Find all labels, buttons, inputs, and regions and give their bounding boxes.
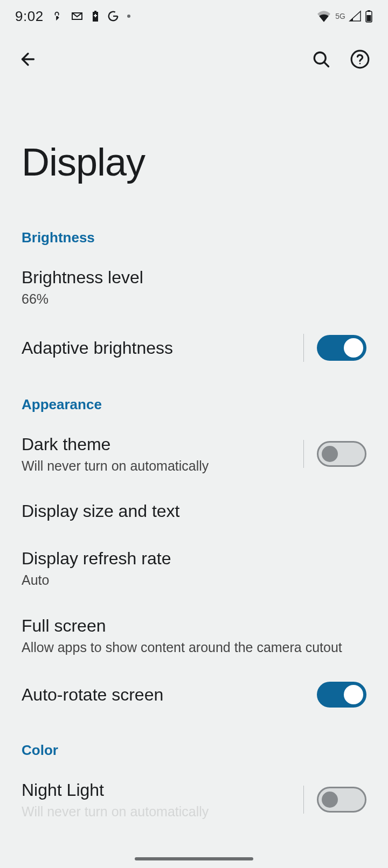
status-bar: 9:02 5G <box>0 0 388 32</box>
back-button[interactable] <box>15 46 41 72</box>
full-screen-row[interactable]: Full screen Allow apps to show content a… <box>0 602 388 669</box>
svg-point-2 <box>127 15 130 18</box>
google-icon <box>107 10 119 22</box>
divider <box>303 440 304 468</box>
night-light-sub: Will never turn on automatically <box>22 803 297 821</box>
full-screen-sub: Allow apps to show content around the ca… <box>22 639 366 656</box>
auto-rotate-toggle[interactable] <box>317 682 366 708</box>
gesture-bar[interactable] <box>135 857 253 860</box>
help-icon <box>350 49 370 69</box>
section-header-appearance: Appearance <box>0 375 388 421</box>
display-size-title: Display size and text <box>22 500 366 522</box>
auto-rotate-title: Auto-rotate screen <box>22 684 317 705</box>
adaptive-brightness-row[interactable]: Adaptive brightness <box>0 321 388 375</box>
dark-theme-row[interactable]: Dark theme Will never turn on automatica… <box>0 421 388 488</box>
night-light-toggle[interactable] <box>317 787 366 813</box>
display-size-row[interactable]: Display size and text <box>0 487 388 535</box>
wifi-icon <box>317 10 331 22</box>
svg-point-8 <box>359 63 361 65</box>
help-button[interactable] <box>347 46 373 72</box>
svg-point-7 <box>351 51 369 68</box>
brightness-level-row[interactable]: Brightness level 66% <box>0 254 388 321</box>
status-time: 9:02 <box>15 8 44 25</box>
page-title: Display <box>0 86 388 216</box>
dark-theme-toggle[interactable] <box>317 441 366 467</box>
arrow-left-icon <box>18 50 38 69</box>
full-screen-title: Full screen <box>22 615 366 636</box>
svg-rect-4 <box>368 10 370 12</box>
battery-icon <box>365 10 373 23</box>
svg-rect-1 <box>95 14 96 17</box>
search-icon <box>311 50 331 69</box>
status-left: 9:02 <box>15 8 131 25</box>
gesture-icon <box>51 10 63 22</box>
dark-theme-sub: Will never turn on automatically <box>22 457 297 475</box>
signal-icon <box>349 10 362 22</box>
refresh-rate-row[interactable]: Display refresh rate Auto <box>0 535 388 602</box>
dot-icon <box>127 14 131 18</box>
refresh-rate-value: Auto <box>22 571 366 589</box>
gmail-icon <box>71 10 84 23</box>
action-bar <box>0 32 388 86</box>
search-button[interactable] <box>308 46 334 72</box>
network-label: 5G <box>335 12 345 20</box>
night-light-title: Night Light <box>22 779 297 801</box>
night-light-row[interactable]: Night Light Will never turn on automatic… <box>0 766 388 821</box>
brightness-level-value: 66% <box>22 290 366 308</box>
adaptive-brightness-toggle[interactable] <box>317 335 366 361</box>
refresh-rate-title: Display refresh rate <box>22 548 366 569</box>
section-header-brightness: Brightness <box>0 216 388 254</box>
battery-plus-icon <box>91 10 100 23</box>
brightness-level-title: Brightness level <box>22 267 366 288</box>
svg-rect-5 <box>367 15 371 22</box>
auto-rotate-row[interactable]: Auto-rotate screen <box>0 669 388 720</box>
status-right: 5G <box>317 10 373 23</box>
dark-theme-title: Dark theme <box>22 433 297 455</box>
divider <box>303 334 304 362</box>
section-header-color: Color <box>0 720 388 766</box>
divider <box>303 786 304 814</box>
adaptive-brightness-title: Adaptive brightness <box>22 337 297 359</box>
